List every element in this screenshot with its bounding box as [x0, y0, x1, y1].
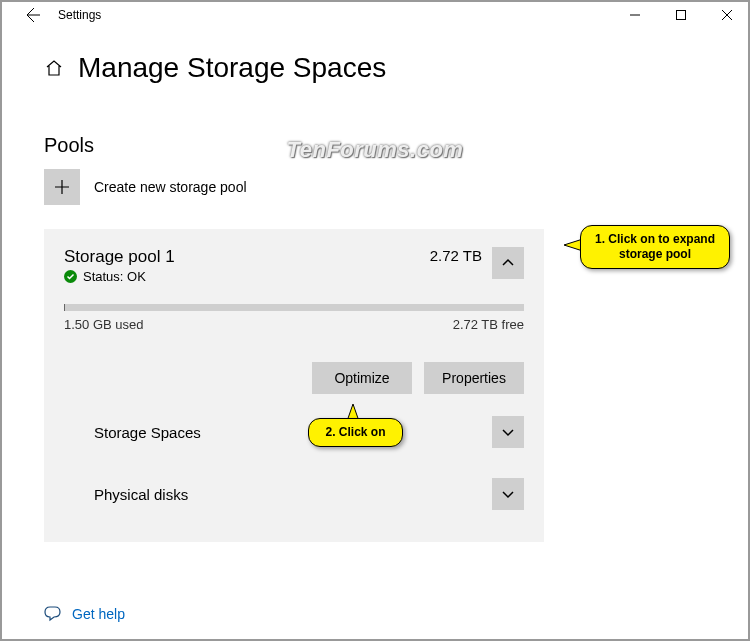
create-pool-label: Create new storage pool [94, 179, 247, 195]
optimize-button[interactable]: Optimize [312, 362, 412, 394]
page-title: Manage Storage Spaces [78, 52, 386, 84]
annotation-2: 2. Click on [308, 418, 403, 447]
storage-pool-card: Storage pool 1 Status: OK 2.72 TB 1.50 G… [44, 229, 544, 542]
status-ok-icon [64, 270, 77, 283]
physical-disks-label: Physical disks [94, 486, 188, 503]
pool-free: 2.72 TB free [453, 317, 524, 332]
pool-size: 2.72 TB [430, 247, 482, 264]
collapse-pool-button[interactable] [492, 247, 524, 279]
pool-name: Storage pool 1 [64, 247, 175, 267]
create-pool-button[interactable] [44, 169, 80, 205]
get-help-link[interactable]: Get help [72, 606, 125, 622]
expand-physical-disks-button[interactable] [492, 478, 524, 510]
help-icon [44, 605, 62, 623]
usage-bar [64, 304, 524, 311]
home-icon[interactable] [44, 58, 64, 78]
storage-spaces-label: Storage Spaces [94, 424, 201, 441]
expand-storage-spaces-button[interactable] [492, 416, 524, 448]
pools-heading: Pools [44, 134, 720, 157]
annotation-1: 1. Click on to expand storage pool [580, 225, 730, 269]
pool-used: 1.50 GB used [64, 317, 144, 332]
pool-status: Status: OK [83, 269, 146, 284]
properties-button[interactable]: Properties [424, 362, 524, 394]
